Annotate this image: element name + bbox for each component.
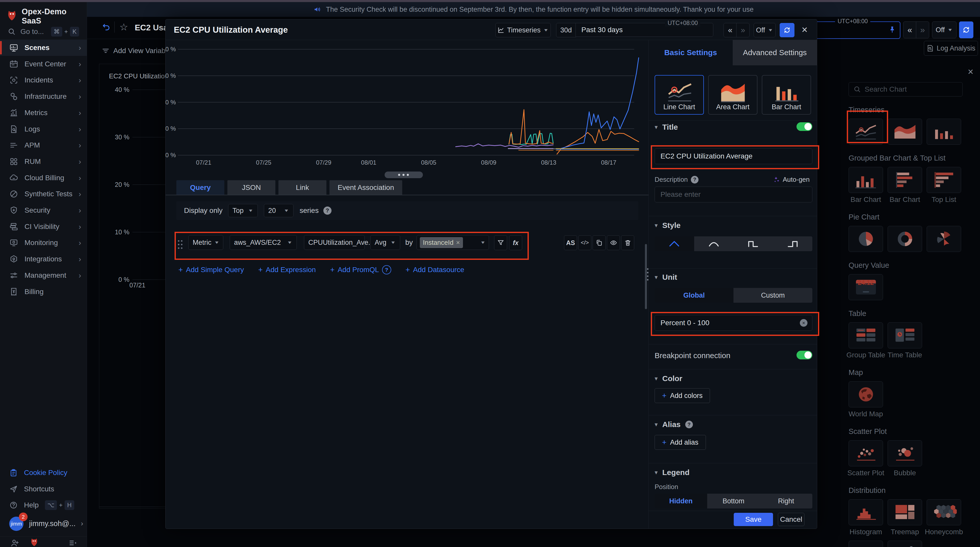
sidebar-item-infrastructure[interactable]: Infrastructure› <box>0 88 87 105</box>
cancel-button[interactable]: Cancel <box>778 513 804 526</box>
sidebar-item-metrics[interactable]: Metrics› <box>0 105 87 121</box>
modal-time-back-button[interactable]: « <box>724 23 737 37</box>
sidebar-item-monitoring[interactable]: Monitoring› <box>0 235 87 251</box>
gallery-card-pie[interactable] <box>849 226 883 252</box>
sidebar-item-incidents[interactable]: Incidents› <box>0 72 87 88</box>
add-link-add-promql[interactable]: +Add PromQL? <box>330 265 391 274</box>
sidebar-item-cloud-billing[interactable]: Cloud Billing› <box>0 170 87 186</box>
add-link-add-datasource[interactable]: +Add Datasource <box>406 266 464 274</box>
gallery-card-topology[interactable] <box>888 541 922 547</box>
gallery-card-donut[interactable] <box>888 226 922 252</box>
tag-remove-icon[interactable]: × <box>456 239 460 246</box>
collapse-sidebar-icon[interactable] <box>68 538 78 547</box>
unit-tab-global[interactable]: Global <box>655 288 733 303</box>
range-shortcut-button[interactable]: 30d <box>556 23 576 37</box>
query-source-select[interactable]: Metric▼ <box>188 235 223 250</box>
sidebar-link-help[interactable]: Help⌥+H <box>0 497 87 513</box>
legend-position-bottom[interactable]: Bottom <box>707 494 760 509</box>
query-aggregation-select[interactable]: Avg▼ <box>370 235 400 250</box>
top-select[interactable]: Top▼ <box>228 204 258 217</box>
sidebar-item-apm[interactable]: APM› <box>0 137 87 153</box>
time-forward-button[interactable]: » <box>916 21 929 38</box>
add-link-add-simple-query[interactable]: +Add Simple Query <box>178 266 244 274</box>
gallery-card-ts-line[interactable] <box>849 119 883 145</box>
dashboard-refresh-button[interactable] <box>959 21 974 38</box>
sidebar-item-management[interactable]: Management› <box>0 267 87 284</box>
sidebar-item-scenes[interactable]: Scenes› <box>0 40 87 56</box>
chart-type-area-chart[interactable]: Area Chart <box>708 75 757 114</box>
breakpoint-toggle[interactable] <box>797 351 812 359</box>
gallery-card-g-bar[interactable] <box>849 167 883 193</box>
modal-tab-event-association[interactable]: Event Association <box>329 180 402 195</box>
modal-refresh-interval[interactable]: Off▼ <box>754 23 776 37</box>
chart-type-bar-chart[interactable]: Bar Chart <box>762 75 811 114</box>
drag-handle-icon[interactable] <box>178 240 183 250</box>
title-toggle[interactable] <box>797 122 812 131</box>
user-menu[interactable]: jimm 2 jimmy.soh@... › <box>9 515 83 533</box>
legend-section-header[interactable]: ▾Legend <box>655 468 690 477</box>
gallery-card-rose[interactable] <box>927 226 961 252</box>
sidebar-item-integrations[interactable]: Integrations› <box>0 251 87 267</box>
sidebar-link-shortcuts[interactable]: Shortcuts <box>0 481 87 497</box>
content-scrollbar[interactable] <box>645 244 647 309</box>
pin-icon[interactable] <box>888 25 896 34</box>
brand[interactable]: Opex-Demo SaaS <box>6 7 87 25</box>
query-visibility-button[interactable] <box>607 235 620 250</box>
query-metric-select[interactable]: CPUUtilization_Ave...▼ <box>304 235 365 250</box>
modal-tab-json[interactable]: JSON <box>228 180 275 195</box>
query-copy-button[interactable] <box>593 235 606 250</box>
modal-close-icon[interactable]: × <box>802 24 808 35</box>
gallery-card-time-table[interactable] <box>888 323 922 348</box>
chart-type-line-chart[interactable]: Line Chart <box>655 75 704 114</box>
time-back-button[interactable]: « <box>903 21 916 38</box>
view-type-select[interactable]: Timeseries▼ <box>495 23 551 37</box>
style-option-sharp[interactable] <box>655 236 694 251</box>
sidebar-item-event-center[interactable]: Event Center› <box>0 56 87 72</box>
color-section-header[interactable]: ▾Color <box>655 374 682 383</box>
display-only-help-icon[interactable]: ? <box>323 207 331 215</box>
modal-time-forward-button[interactable]: » <box>736 23 749 37</box>
gallery-card-group-table[interactable] <box>849 323 883 348</box>
style-option-step-after[interactable] <box>773 236 813 251</box>
sidebar-item-ci-visibility[interactable]: CI Visibility› <box>0 218 87 235</box>
description-help-icon[interactable]: ? <box>691 176 698 183</box>
legend-position-hidden[interactable]: Hidden <box>655 494 707 509</box>
gallery-card-heatmap[interactable] <box>849 541 883 547</box>
clear-unit-icon[interactable]: × <box>800 319 808 327</box>
promql-help-icon[interactable]: ? <box>382 265 391 274</box>
gallery-card-ts-bar[interactable] <box>927 119 961 145</box>
modal-refresh-button[interactable] <box>780 23 794 37</box>
style-option-smooth[interactable] <box>694 236 734 251</box>
query-delete-button[interactable] <box>621 235 634 250</box>
sidebar-item-rum[interactable]: RUM› <box>0 153 87 170</box>
description-input[interactable]: Please enter <box>655 187 812 202</box>
query-function-button[interactable]: fx <box>509 235 522 250</box>
global-search[interactable]: Go to... ⌘ + K <box>8 25 79 38</box>
log-analysis-button[interactable]: Log Analysis <box>924 41 978 56</box>
favorite-star-icon[interactable]: ☆ <box>119 21 128 33</box>
query-namespace-select[interactable]: aws_AWS/EC2▼ <box>230 235 297 250</box>
time-range-input[interactable]: Past 30 days UTC+08:00 <box>576 23 713 37</box>
alias-help-icon[interactable]: ? <box>685 421 693 428</box>
gallery-card-query-value[interactable]: 24.12 <box>849 274 883 300</box>
dashboard-timepicker[interactable]: UTC+08:00 <box>804 21 900 39</box>
save-button[interactable]: Save <box>734 513 773 526</box>
series-count-select[interactable]: 20▼ <box>264 204 293 217</box>
unit-section-header[interactable]: ▾Unit <box>655 273 677 281</box>
gallery-search-input[interactable]: Search Chart <box>849 82 963 97</box>
style-section-header[interactable]: ▾Style <box>655 221 681 230</box>
gallery-card-g-toplist[interactable] <box>927 167 961 193</box>
title-input[interactable]: EC2 CPU Utilization Average <box>655 148 812 164</box>
gallery-card-histogram[interactable] <box>849 499 883 525</box>
sidebar-item-synthetic-tests[interactable]: Synthetic Tests› <box>0 186 87 202</box>
style-option-step-before[interactable] <box>733 236 773 251</box>
query-alias-button[interactable]: AS <box>564 235 577 250</box>
unit-input[interactable]: Percent 0 - 100 × <box>655 315 812 331</box>
gallery-card-treemap[interactable] <box>888 499 922 525</box>
group-by-select[interactable]: InstanceId× ▼ <box>417 235 489 250</box>
gallery-card-bubble[interactable] <box>888 440 922 466</box>
add-alias-button[interactable]: +Add alias <box>655 435 706 450</box>
modal-tab-link[interactable]: Link <box>278 180 326 195</box>
alias-section-header[interactable]: ▾Alias? <box>655 420 693 429</box>
title-section-header[interactable]: ▾Title <box>655 123 678 132</box>
